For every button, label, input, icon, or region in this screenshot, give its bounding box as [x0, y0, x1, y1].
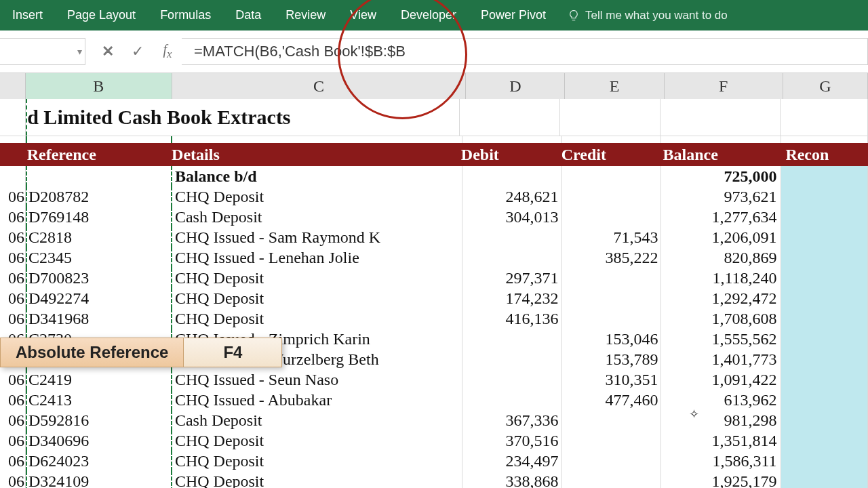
cell-credit[interactable]: 310,351 [562, 369, 662, 390]
worksheet-grid[interactable]: d Limited Cash Book Extracts Reference D… [0, 99, 868, 488]
table-row[interactable]: 06D492274CHQ Deposit174,2321,292,472 [0, 288, 868, 308]
ribbon-tab-formulas[interactable]: Formulas [148, 0, 223, 30]
cell-recon[interactable] [781, 247, 868, 268]
cell-recon[interactable] [781, 349, 868, 369]
cell-recon[interactable] [781, 451, 868, 471]
cell-reference[interactable]: C2413 [26, 390, 172, 410]
column-header-b[interactable]: B [26, 73, 172, 99]
cell-debit[interactable]: 297,371 [462, 268, 562, 288]
cell-date-frag[interactable]: 06 [0, 471, 26, 488]
column-header-g[interactable]: G [783, 73, 868, 99]
column-header-e[interactable]: E [565, 73, 664, 99]
cancel-formula-button[interactable]: ✕ [100, 43, 115, 60]
column-header-f[interactable]: F [665, 73, 783, 99]
cell-balance[interactable]: 1,586,311 [661, 451, 781, 471]
cell-recon[interactable] [781, 268, 868, 288]
cell-recon[interactable] [781, 308, 868, 329]
column-header-d[interactable]: D [466, 73, 565, 99]
cell-date-frag[interactable]: 06 [0, 308, 26, 329]
tell-me-search[interactable]: Tell me what you want to do [568, 9, 728, 22]
cell-recon[interactable] [781, 410, 868, 430]
cell-balance[interactable]: 820,869 [661, 247, 781, 268]
enter-formula-button[interactable]: ✓ [130, 43, 145, 60]
cell-reference[interactable]: D624023 [26, 451, 172, 471]
sheet-title[interactable]: d Limited Cash Book Extracts [26, 99, 460, 136]
cell-credit[interactable]: 153,789 [562, 349, 662, 369]
table-row[interactable]: 06D324109CHQ Deposit338,8681,925,179 [0, 471, 868, 488]
cell-credit[interactable] [562, 410, 662, 430]
ribbon-tab-power-pivot[interactable]: Power Pivot [469, 0, 558, 30]
cell-recon[interactable] [781, 471, 868, 488]
cell-credit[interactable] [562, 471, 662, 488]
cell-reference[interactable]: D324109 [26, 471, 172, 488]
cell-balance[interactable]: 981,298 [661, 410, 781, 430]
cell-details[interactable]: Cash Deposit [172, 207, 462, 227]
column-header-c[interactable]: C [172, 73, 467, 99]
cell-debit[interactable]: 234,497 [462, 451, 562, 471]
cell-credit[interactable] [562, 268, 662, 288]
cell-credit[interactable] [562, 186, 662, 207]
cell-details[interactable]: CHQ Issued - Sam Raymond K [172, 227, 462, 247]
name-box-dropdown-icon[interactable]: ▾ [77, 46, 82, 57]
cell-recon[interactable] [781, 186, 868, 207]
cell-details[interactable]: CHQ Deposit [172, 471, 462, 488]
cell-date-frag[interactable]: 06 [0, 369, 26, 390]
cell-date-frag[interactable]: 06 [0, 288, 26, 308]
cell-date-frag[interactable]: 06 [0, 410, 26, 430]
cell-details[interactable]: CHQ Deposit [172, 186, 462, 207]
cell-balance[interactable]: 1,925,179 [661, 471, 781, 488]
cell-recon[interactable] [781, 369, 868, 390]
cell-reference[interactable]: C2345 [26, 247, 172, 268]
table-row[interactable]: 06D624023CHQ Deposit234,4971,586,311 [0, 451, 868, 471]
cell-debit[interactable]: 174,232 [462, 288, 562, 308]
balance-bd-row[interactable]: Balance b/d 725,000 [0, 166, 868, 186]
cell-details[interactable]: CHQ Deposit [172, 268, 462, 288]
cell-recon[interactable] [781, 329, 868, 349]
cell-reference[interactable]: D592816 [26, 410, 172, 430]
cell-date-frag[interactable]: 06 [0, 268, 26, 288]
cell-details[interactable]: Cash Deposit [172, 410, 462, 430]
cell-debit[interactable] [462, 247, 562, 268]
cell-balance[interactable]: 1,401,773 [661, 349, 781, 369]
table-row[interactable]: 06C2818CHQ Issued - Sam Raymond K71,5431… [0, 227, 868, 247]
table-row[interactable]: 06D341968CHQ Deposit416,1361,708,608 [0, 308, 868, 329]
cell-reference[interactable]: D769148 [26, 207, 172, 227]
ribbon-tab-view[interactable]: View [338, 0, 389, 30]
cell-date-frag[interactable]: 06 [0, 390, 26, 410]
ribbon-tab-data[interactable]: Data [223, 0, 273, 30]
cell-credit[interactable] [562, 207, 662, 227]
cell-debit[interactable]: 338,868 [462, 471, 562, 488]
cell-debit[interactable] [462, 329, 562, 349]
cell-reference[interactable]: D492274 [26, 288, 172, 308]
cell-recon[interactable] [781, 288, 868, 308]
cell-reference[interactable]: D341968 [26, 308, 172, 329]
cell-credit[interactable]: 71,543 [562, 227, 662, 247]
cell-details[interactable]: CHQ Deposit [172, 288, 462, 308]
cell-balance[interactable]: 1,555,562 [661, 329, 781, 349]
balance-bd-amount[interactable]: 725,000 [661, 166, 781, 186]
cell-debit[interactable] [462, 227, 562, 247]
name-box[interactable]: ▾ [0, 38, 85, 65]
cell-balance[interactable]: 1,292,472 [661, 288, 781, 308]
cell-debit[interactable]: 416,136 [462, 308, 562, 329]
cell-details[interactable]: CHQ Issued - Lenehan Jolie [172, 247, 462, 268]
cell-recon[interactable] [781, 390, 868, 410]
cell-balance[interactable]: 1,118,240 [661, 268, 781, 288]
cell-credit[interactable] [562, 288, 662, 308]
cell-debit[interactable] [462, 369, 562, 390]
table-row[interactable]: 06D700823CHQ Deposit297,3711,118,240 [0, 268, 868, 288]
cell-details[interactable]: CHQ Deposit [172, 430, 462, 451]
cell-date-frag[interactable]: 06 [0, 207, 26, 227]
table-row[interactable]: 06C2419CHQ Issued - Seun Naso310,3511,09… [0, 369, 868, 390]
cell-balance[interactable]: 1,277,634 [661, 207, 781, 227]
cell-reference[interactable]: C2818 [26, 227, 172, 247]
cell-debit[interactable] [462, 349, 562, 369]
cell-debit[interactable]: 304,013 [462, 207, 562, 227]
ribbon-tab-developer[interactable]: Developer [389, 0, 469, 30]
cell-balance[interactable]: 1,091,422 [661, 369, 781, 390]
cell-credit[interactable]: 153,046 [562, 329, 662, 349]
table-row[interactable]: 06D592816Cash Deposit367,336981,298 [0, 410, 868, 430]
ribbon-tab-insert[interactable]: Insert [0, 0, 55, 30]
cell-date-frag[interactable]: 06 [0, 430, 26, 451]
cell-credit[interactable]: 385,222 [562, 247, 662, 268]
